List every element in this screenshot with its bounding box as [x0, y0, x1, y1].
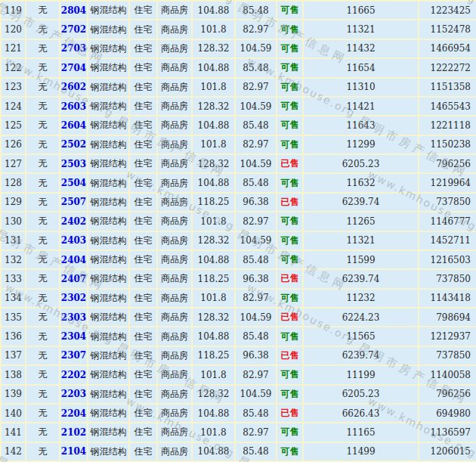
sale-type-cell: 商品房 — [157, 346, 192, 365]
room-number-link[interactable]: 2503 — [61, 159, 86, 169]
total-price-cell: 1206015 — [419, 442, 476, 461]
room-number-link[interactable]: 2307 — [61, 350, 86, 361]
mortgage-status-cell: 无 — [26, 97, 60, 116]
room-number-link[interactable]: 2204 — [61, 408, 86, 419]
sale-status-cell: 已售 — [277, 404, 303, 423]
room-number-link[interactable]: 2504 — [61, 178, 86, 188]
room-number-link[interactable]: 2507 — [61, 197, 86, 207]
inner-area-cell: 104.59 — [235, 97, 277, 116]
row-number-cell: 141 — [1, 423, 26, 442]
room-number-link[interactable]: 2402 — [61, 216, 86, 227]
row-number-cell: 123 — [1, 78, 26, 97]
mortgage-status-cell: 无 — [26, 269, 60, 288]
structure-cell: 钢混结构 — [88, 327, 129, 346]
row-number-cell: 132 — [1, 250, 26, 269]
room-number-link[interactable]: 2502 — [61, 139, 86, 150]
room-number-link[interactable]: 2203 — [61, 389, 86, 399]
row-number-cell: 134 — [1, 289, 26, 308]
room-number-link[interactable]: 2602 — [61, 82, 86, 92]
inner-area-cell: 85.48 — [235, 404, 277, 423]
room-number-cell: 2504 — [60, 173, 88, 192]
build-area-cell: 104.88 — [192, 327, 235, 346]
sale-type-cell: 商品房 — [157, 365, 192, 384]
mortgage-status-cell: 无 — [26, 346, 60, 365]
unit-price-cell: 6239.74 — [303, 193, 419, 212]
unit-price-cell: 11643 — [303, 116, 419, 135]
sale-type-cell: 商品房 — [157, 1, 192, 20]
sale-status-cell: 可售 — [277, 58, 303, 77]
usage-type-cell: 住宅 — [129, 78, 157, 97]
room-number-link[interactable]: 2104 — [61, 446, 86, 457]
row-number-cell: 129 — [1, 193, 26, 212]
room-number-link[interactable]: 2704 — [61, 63, 86, 73]
room-number-cell: 2204 — [60, 404, 88, 423]
unit-price-cell: 11421 — [303, 97, 419, 116]
room-number-cell: 2202 — [60, 365, 88, 384]
unit-listing-table: 119无2804钢混结构住宅商品房104.8885.48可售1166512234… — [0, 0, 476, 462]
mortgage-status-cell: 无 — [26, 442, 60, 461]
sale-type-cell: 商品房 — [157, 78, 192, 97]
unit-row: 128无2504钢混结构住宅商品房104.8885.48可售1163212199… — [1, 173, 476, 192]
inner-area-cell: 85.48 — [235, 58, 277, 77]
mortgage-status-cell: 无 — [26, 212, 60, 231]
total-price-cell: 1465543 — [419, 97, 476, 116]
build-area-cell: 104.88 — [192, 404, 235, 423]
inner-area-cell: 85.48 — [235, 442, 277, 461]
room-number-link[interactable]: 2804 — [61, 5, 86, 16]
usage-type-cell: 住宅 — [129, 212, 157, 231]
structure-cell: 钢混结构 — [88, 250, 129, 269]
usage-type-cell: 住宅 — [129, 423, 157, 442]
room-number-link[interactable]: 2304 — [61, 331, 86, 342]
room-number-cell: 2503 — [60, 154, 88, 173]
room-number-link[interactable]: 2703 — [61, 43, 86, 54]
structure-cell: 钢混结构 — [88, 269, 129, 288]
inner-area-cell: 96.38 — [235, 193, 277, 212]
unit-price-cell: 11665 — [303, 1, 419, 20]
structure-cell: 钢混结构 — [88, 58, 129, 77]
room-number-link[interactable]: 2702 — [61, 24, 86, 35]
unit-row: 133无2407钢混结构住宅商品房118.2596.38已售6239.74737… — [1, 269, 476, 288]
inner-area-cell: 85.48 — [235, 250, 277, 269]
structure-cell: 钢混结构 — [88, 365, 129, 384]
unit-price-cell: 6239.74 — [303, 269, 419, 288]
row-number-cell: 125 — [1, 116, 26, 135]
row-number-cell: 127 — [1, 154, 26, 173]
sale-type-cell: 商品房 — [157, 212, 192, 231]
room-number-link[interactable]: 2603 — [61, 101, 86, 112]
unit-row: 130无2402钢混结构住宅商品房101.882.97可售11265114677… — [1, 212, 476, 231]
room-number-link[interactable]: 2407 — [61, 274, 86, 284]
unit-row: 120无2702钢混结构住宅商品房101.882.97可售11321115247… — [1, 20, 476, 39]
build-area-cell: 128.32 — [192, 39, 235, 58]
sale-status-cell: 已售 — [277, 308, 303, 327]
build-area-cell: 104.88 — [192, 1, 235, 20]
room-number-link[interactable]: 2202 — [61, 370, 86, 380]
sale-status-cell: 可售 — [277, 423, 303, 442]
sale-status-cell: 可售 — [277, 39, 303, 58]
unit-row: 124无2603钢混结构住宅商品房128.32104.59可售114211465… — [1, 97, 476, 116]
room-number-link[interactable]: 2604 — [61, 120, 86, 131]
structure-cell: 钢混结构 — [88, 308, 129, 327]
build-area-cell: 101.8 — [192, 423, 235, 442]
unit-row: 139无2203钢混结构住宅商品房128.32104.59可售6205.2379… — [1, 385, 476, 404]
room-number-link[interactable]: 2302 — [61, 293, 86, 303]
mortgage-status-cell: 无 — [26, 385, 60, 404]
mortgage-status-cell: 无 — [26, 154, 60, 173]
room-number-link[interactable]: 2404 — [61, 255, 86, 265]
total-price-cell: 1143418 — [419, 289, 476, 308]
structure-cell: 钢混结构 — [88, 442, 129, 461]
usage-type-cell: 住宅 — [129, 116, 157, 135]
build-area-cell: 118.25 — [192, 193, 235, 212]
build-area-cell: 101.8 — [192, 365, 235, 384]
row-number-cell: 124 — [1, 97, 26, 116]
total-price-cell: 1140058 — [419, 365, 476, 384]
sale-type-cell: 商品房 — [157, 289, 192, 308]
room-number-link[interactable]: 2102 — [61, 427, 86, 438]
room-number-link[interactable]: 2403 — [61, 235, 86, 246]
sale-type-cell: 商品房 — [157, 269, 192, 288]
room-number-cell: 2603 — [60, 97, 88, 116]
sale-status-cell: 可售 — [277, 97, 303, 116]
build-area-cell: 101.8 — [192, 78, 235, 97]
total-price-cell: 1219964 — [419, 173, 476, 192]
room-number-link[interactable]: 2303 — [61, 312, 86, 323]
unit-price-cell: 6224.23 — [303, 308, 419, 327]
